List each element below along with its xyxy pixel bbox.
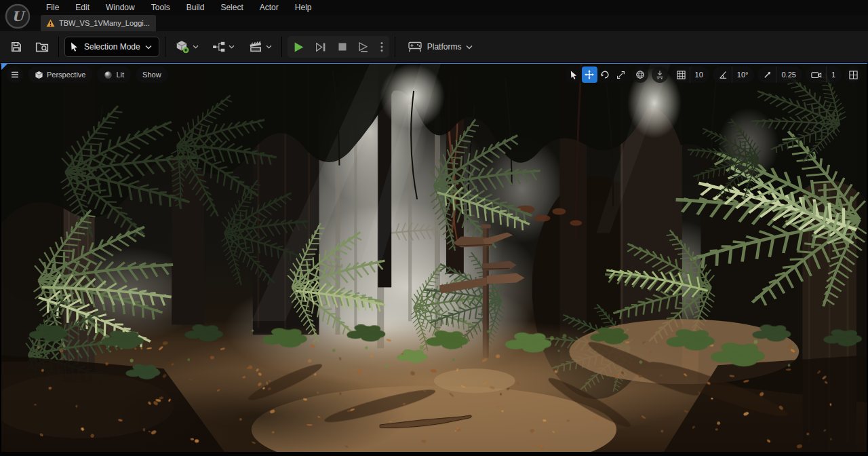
stop-button[interactable] bbox=[332, 37, 353, 56]
cursor-icon bbox=[71, 42, 79, 52]
camera-speed-value[interactable]: 1 bbox=[826, 66, 842, 83]
show-label: Show bbox=[142, 71, 161, 79]
perspective-dropdown[interactable]: Perspective bbox=[28, 66, 92, 83]
menu-edit[interactable]: Edit bbox=[67, 0, 98, 15]
toolbar-separator bbox=[395, 37, 395, 57]
perspective-cube-icon bbox=[35, 71, 43, 79]
chevron-down-icon bbox=[193, 45, 199, 49]
add-actor-button[interactable] bbox=[171, 36, 203, 58]
play-options-kebab[interactable] bbox=[376, 37, 388, 56]
lit-label: Lit bbox=[116, 71, 124, 79]
viewport-options-menu[interactable] bbox=[7, 66, 23, 83]
move-icon bbox=[585, 70, 594, 79]
rotate-tool-button[interactable] bbox=[597, 66, 613, 83]
launch-button[interactable] bbox=[354, 37, 374, 56]
quad-grid-icon bbox=[849, 71, 858, 79]
toolbar-separator bbox=[58, 37, 59, 57]
scale-snap-value[interactable]: 0.25 bbox=[776, 66, 802, 83]
move-tool-button[interactable] bbox=[582, 66, 597, 83]
chevron-down-icon bbox=[145, 45, 152, 50]
camera-speed-toggle[interactable] bbox=[806, 71, 826, 79]
angle-icon bbox=[718, 71, 728, 79]
lit-sphere-icon bbox=[104, 71, 113, 79]
rotate-icon bbox=[600, 70, 610, 79]
menu-window[interactable]: Window bbox=[98, 0, 143, 15]
tab-bar: TBW_VS_1VMany_Loggi... bbox=[0, 15, 868, 31]
surface-snapping-button[interactable] bbox=[652, 66, 668, 83]
chevron-down-icon bbox=[229, 45, 235, 49]
grid-snap-control: 10 bbox=[671, 66, 709, 83]
chevron-down-icon bbox=[466, 45, 473, 50]
platforms-label: Platforms bbox=[427, 42, 462, 52]
menu-help[interactable]: Help bbox=[287, 0, 320, 15]
toolbar-separator bbox=[165, 37, 165, 57]
level-tab-label: TBW_VS_1VMany_Loggi... bbox=[59, 19, 150, 27]
toolbar-separator bbox=[281, 37, 282, 57]
grid-icon bbox=[677, 71, 686, 79]
selection-mode-dropdown[interactable]: Selection Mode bbox=[64, 37, 159, 57]
menu-file[interactable]: File bbox=[38, 0, 67, 15]
cursor-icon bbox=[570, 71, 578, 79]
scale-snap-control: 0.25 bbox=[757, 66, 802, 83]
play-button[interactable] bbox=[289, 37, 309, 56]
selection-mode-label: Selection Mode bbox=[84, 42, 140, 52]
globe-icon bbox=[635, 70, 645, 79]
world-coordinate-toggle[interactable] bbox=[632, 66, 648, 83]
main-toolbar: Selection Mode bbox=[0, 31, 868, 63]
camera-speed-control: 1 bbox=[806, 66, 842, 83]
unreal-logo-icon[interactable]: U bbox=[4, 3, 31, 30]
frame-skip-button[interactable] bbox=[311, 37, 331, 56]
viewport-focus-corner bbox=[1, 64, 7, 70]
viewport-scene bbox=[1, 64, 867, 452]
rotation-snap-control: 10° bbox=[713, 66, 755, 83]
scale-snap-toggle[interactable] bbox=[757, 71, 776, 79]
quad-view-toggle[interactable] bbox=[845, 66, 861, 83]
camera-icon bbox=[811, 71, 822, 79]
hamburger-icon bbox=[11, 71, 19, 78]
lit-dropdown[interactable]: Lit bbox=[97, 66, 131, 83]
window-bottom-edge bbox=[0, 452, 868, 456]
level-tab[interactable]: TBW_VS_1VMany_Loggi... bbox=[41, 15, 156, 31]
menu-build[interactable]: Build bbox=[178, 0, 213, 15]
scale-tool-button[interactable] bbox=[613, 66, 629, 83]
grid-snap-toggle[interactable] bbox=[671, 71, 690, 79]
save-button[interactable] bbox=[5, 36, 27, 58]
unreal-editor-window: U File Edit Window Tools Build Select Ac… bbox=[0, 0, 868, 456]
diagonal-arrow-icon bbox=[763, 71, 772, 79]
gamepad-icon bbox=[408, 41, 422, 53]
platforms-dropdown[interactable]: Platforms bbox=[401, 36, 480, 58]
chevron-down-icon bbox=[266, 45, 272, 49]
warning-icon bbox=[46, 19, 55, 27]
rotation-snap-value[interactable]: 10° bbox=[732, 66, 755, 83]
grid-snap-value[interactable]: 10 bbox=[690, 66, 709, 83]
play-controls bbox=[288, 36, 389, 58]
menu-tools[interactable]: Tools bbox=[143, 0, 178, 15]
menu-bar: U File Edit Window Tools Build Select Ac… bbox=[0, 0, 868, 15]
browse-content-button[interactable] bbox=[31, 36, 53, 58]
scale-icon bbox=[616, 71, 625, 79]
menu-select[interactable]: Select bbox=[212, 0, 251, 15]
perspective-label: Perspective bbox=[47, 71, 85, 79]
cinematics-button[interactable] bbox=[244, 36, 276, 58]
viewport-3d[interactable]: Perspective Lit Show bbox=[0, 63, 868, 452]
rotation-snap-toggle[interactable] bbox=[713, 71, 732, 79]
menu-actor[interactable]: Actor bbox=[252, 0, 287, 15]
surface-snap-icon bbox=[655, 70, 665, 79]
transform-tools bbox=[566, 66, 629, 83]
show-dropdown[interactable]: Show bbox=[136, 66, 168, 83]
blueprints-button[interactable] bbox=[208, 36, 239, 58]
select-tool-button[interactable] bbox=[566, 66, 582, 83]
viewport-toolbar: Perspective Lit Show bbox=[1, 66, 867, 83]
